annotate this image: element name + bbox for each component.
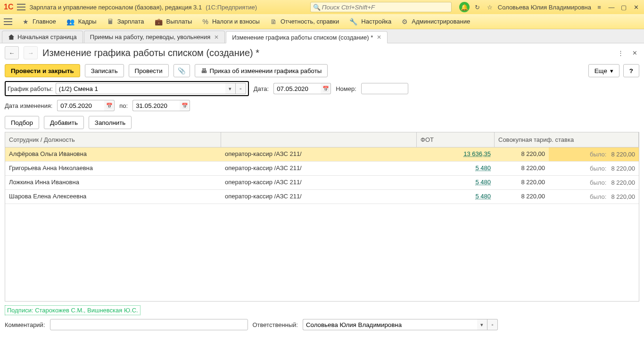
- tab-transfers[interactable]: Приемы на работу, переводы, увольнения ✕: [84, 31, 225, 43]
- to-label: по:: [119, 102, 128, 109]
- open-ref-button[interactable]: ▫: [236, 83, 246, 94]
- tab-schedule-change[interactable]: Изменение графика работы списком (создан…: [226, 31, 388, 43]
- calendar-icon[interactable]: 📅: [321, 83, 331, 94]
- close-window-button[interactable]: ✕: [632, 4, 640, 11]
- fot-link[interactable]: 13 636,35: [463, 150, 491, 157]
- calendar-icon[interactable]: 📅: [180, 100, 190, 111]
- cell-was: было:8 220,00: [549, 176, 639, 189]
- wrench-icon: 🔧: [349, 18, 357, 25]
- burger-icon[interactable]: [17, 4, 25, 10]
- menu-otchet[interactable]: 🗎Отчетность, справки: [270, 18, 339, 25]
- menu-nastr[interactable]: 🔧Настройка: [349, 18, 391, 25]
- dropdown-button[interactable]: ▾: [477, 319, 487, 330]
- search-input[interactable]: [310, 2, 452, 12]
- fot-link[interactable]: 5 480: [475, 164, 491, 172]
- col-position[interactable]: [221, 132, 417, 147]
- printer-icon: 🖶: [201, 67, 207, 74]
- cell-was: было:8 220,00: [549, 190, 639, 204]
- maximize-button[interactable]: ▢: [619, 4, 628, 11]
- menu-burger-icon[interactable]: [4, 18, 12, 25]
- col-employee[interactable]: Сотрудник / Должность: [5, 132, 221, 147]
- number-label: Номер:: [336, 85, 356, 92]
- page-more-icon[interactable]: ⋮: [616, 48, 626, 58]
- menu-zarplata[interactable]: 🖩Зарплата: [107, 18, 144, 25]
- menu-main[interactable]: ★Главное: [23, 18, 56, 25]
- logo-icon: 1С: [4, 3, 13, 11]
- post-and-close-button[interactable]: Провести и закрыть: [5, 64, 80, 77]
- fot-link[interactable]: 5 480: [475, 179, 491, 186]
- menu-admin[interactable]: ⚙Администрирование: [402, 18, 470, 25]
- page-close-icon[interactable]: ✕: [630, 48, 639, 58]
- close-icon[interactable]: ✕: [377, 34, 381, 41]
- comment-input[interactable]: [50, 319, 248, 330]
- cell-fot: 5 480: [417, 176, 495, 189]
- signatures-link[interactable]: Подписи: Старокожев С.М., Вишневская Ю.С…: [5, 305, 140, 315]
- save-button[interactable]: Записать: [85, 64, 124, 77]
- col-rate[interactable]: Совокупная тариф. ставка: [495, 132, 639, 147]
- calc-icon: 🖩: [107, 18, 114, 25]
- user-name[interactable]: Соловьева Юлия Владимировна: [498, 4, 591, 11]
- fot-link[interactable]: 5 480: [475, 193, 491, 200]
- title-bar: 1С Зарплата и управление персоналом (баз…: [0, 0, 644, 14]
- cell-employee: Ложкина Инна Ивановна: [5, 176, 221, 189]
- tab-home-label: Начальная страница: [17, 33, 77, 41]
- global-search[interactable]: 🔍: [310, 2, 452, 12]
- change-date-label: Дата изменения:: [5, 102, 52, 109]
- chevron-down-icon: ▾: [610, 67, 613, 74]
- menu-nalogi[interactable]: %Налоги и взносы: [202, 18, 260, 25]
- table-actions: Подбор Добавить Заполнить: [0, 113, 644, 132]
- cell-employee: Григорьева Анна Николаевна: [5, 162, 221, 175]
- to-date-input[interactable]: [132, 100, 180, 111]
- history-icon[interactable]: ↻: [473, 4, 482, 11]
- help-button[interactable]: ?: [623, 64, 639, 77]
- table-row[interactable]: Алфёрова Ольга Ивановнаоператор-кассир /…: [5, 147, 639, 162]
- bell-icon[interactable]: 🔔: [459, 2, 470, 12]
- print-order-button[interactable]: 🖶Приказ об изменении графика работы: [195, 64, 328, 77]
- close-icon[interactable]: ✕: [214, 34, 219, 41]
- cell-fot: 5 480: [417, 190, 495, 204]
- number-input[interactable]: [361, 83, 408, 94]
- pick-button[interactable]: Подбор: [5, 116, 39, 129]
- grid-body[interactable]: Алфёрова Ольга Ивановнаоператор-кассир /…: [5, 147, 639, 301]
- filter-icon[interactable]: ≡: [595, 4, 603, 11]
- page-header: ← → Изменение графика работы списком (со…: [0, 43, 644, 62]
- cell-rate-wrap: 8 220,00было:8 220,00: [495, 162, 639, 175]
- tab-strip: Начальная страница Приемы на работу, пер…: [0, 29, 644, 43]
- cell-position: оператор-кассир /АЗС 211/: [221, 147, 417, 161]
- tab-home[interactable]: Начальная страница: [2, 31, 83, 43]
- responsible-input[interactable]: [303, 319, 477, 330]
- schedule-input[interactable]: [56, 83, 225, 94]
- attach-button[interactable]: 📎: [173, 64, 190, 77]
- home-icon: [8, 34, 15, 41]
- tab-schedule-label: Изменение графика работы списком (создан…: [232, 34, 373, 41]
- dropdown-button[interactable]: ▾: [225, 83, 236, 94]
- employees-grid: Сотрудник / Должность ФОТ Совокупная тар…: [5, 132, 639, 302]
- fill-button[interactable]: Заполнить: [89, 116, 132, 129]
- post-button[interactable]: Провести: [129, 64, 169, 77]
- tab-transfers-label: Приемы на работу, переводы, увольнения: [90, 33, 210, 41]
- nav-back-button[interactable]: ←: [5, 46, 19, 59]
- nav-forward-button[interactable]: →: [24, 46, 38, 59]
- date-input-group: 📅: [273, 83, 331, 94]
- table-row[interactable]: Шарова Елена Алексеевнаоператор-кассир /…: [5, 190, 639, 204]
- table-row[interactable]: Григорьева Анна Николаевнаоператор-касси…: [5, 162, 639, 176]
- open-ref-button[interactable]: ▫: [487, 319, 498, 330]
- schedule-highlight: График работы: ▾ ▫: [5, 81, 249, 96]
- cell-position: оператор-кассир /АЗС 211/: [221, 190, 417, 204]
- star-icon[interactable]: ☆: [486, 4, 494, 11]
- calendar-icon[interactable]: 📅: [104, 100, 115, 111]
- col-fot[interactable]: ФОТ: [417, 132, 495, 147]
- change-date-input[interactable]: [57, 100, 104, 111]
- more-button[interactable]: Еще ▾: [588, 64, 619, 77]
- app-subtitle: (1С:Предприятие): [206, 4, 257, 11]
- date-input[interactable]: [273, 83, 321, 94]
- responsible-label: Ответственный:: [253, 321, 298, 328]
- bottom-row: Комментарий: Ответственный: ▾ ▫: [0, 315, 644, 334]
- menu-vyplaty[interactable]: 💼Выплаты: [155, 18, 192, 25]
- form-row-change-date: Дата изменения: 📅 по: 📅: [0, 98, 644, 113]
- menu-kadry[interactable]: 👥Кадры: [66, 18, 97, 25]
- gear-icon: ⚙: [402, 18, 408, 25]
- minimize-button[interactable]: —: [607, 4, 616, 11]
- table-row[interactable]: Ложкина Инна Ивановнаоператор-кассир /АЗ…: [5, 176, 639, 190]
- add-button[interactable]: Добавить: [44, 116, 84, 129]
